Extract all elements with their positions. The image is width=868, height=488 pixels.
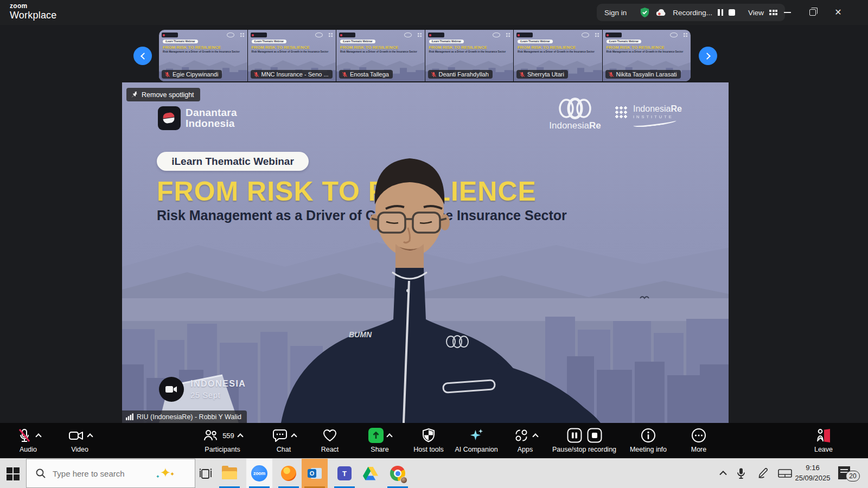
participants-options-chevron[interactable] [237, 433, 243, 439]
brand-workplace: Workplace [10, 10, 57, 20]
muted-mic-icon [253, 72, 259, 78]
indonesiare-logo: IndonesiaRe [542, 98, 608, 131]
taskbar-outlook[interactable]: O [302, 459, 328, 488]
taskbar-file-explorer[interactable] [216, 459, 242, 488]
taskbar-zoom-app[interactable]: zoom [246, 459, 272, 488]
video-camera-icon [68, 427, 84, 444]
google-drive-icon [363, 467, 378, 480]
leave-button[interactable]: Leave [791, 426, 856, 453]
apps-icon [513, 427, 529, 444]
sign-in-button[interactable]: Sign in [604, 9, 627, 17]
camera-badge-icon [159, 377, 184, 402]
slide-footer: INDONESIA 25 Sept [190, 379, 246, 400]
thumb-logo-dots [506, 33, 510, 37]
task-view-button[interactable] [199, 467, 213, 481]
participant-video-tile[interactable]: iLearn Thematic Webinar FROM RISK TO RES… [425, 30, 514, 81]
search-input[interactable] [53, 469, 156, 478]
more-button[interactable]: More [666, 426, 731, 453]
restore-icon [809, 9, 816, 16]
titlebar: zoom Workplace Sign in Recording... View… [0, 0, 868, 25]
host-tools-shield-icon [420, 427, 437, 444]
pin-icon [131, 91, 138, 98]
view-layout-icon[interactable] [769, 10, 777, 15]
participant-video-tile[interactable]: iLearn Thematic Webinar FROM RISK TO RES… [159, 30, 247, 81]
apps-options-chevron[interactable] [532, 433, 538, 439]
taskbar-chrome[interactable] [385, 459, 411, 488]
share-options-chevron[interactable] [386, 433, 392, 439]
thumb-logo [605, 33, 622, 37]
audio-options-chevron[interactable] [35, 433, 41, 439]
participants-button[interactable]: 559 Participants [190, 426, 255, 453]
muted-mic-icon [431, 72, 437, 78]
participant-video-tile[interactable]: iLearn Thematic Webinar FROM RISK TO RES… [248, 30, 336, 81]
chevron-right-icon [704, 53, 711, 60]
remove-spotlight-button[interactable]: Remove spotlight [126, 88, 200, 101]
outlook-icon: O [308, 466, 322, 480]
zoom-workplace-window: zoom Workplace Sign in Recording... View… [0, 0, 868, 488]
thumb-logo [428, 33, 444, 37]
speaker-name-tag: RIU (IndonesiaRe) - Robbi Y Walid [122, 410, 247, 423]
filmstrip-prev-button[interactable] [133, 47, 152, 65]
thumb-slide-title: FROM RISK TO RESILIENCE [607, 45, 665, 50]
thumb-slide-subtitle: Risk Management as a Driver of Growth in… [340, 50, 417, 53]
windows-taskbar: ✦✦✦ zoom O T [0, 458, 868, 488]
thumb-logo-rings [404, 33, 412, 37]
muted-mic-icon [342, 72, 348, 78]
slide-badge: iLearn Thematic Webinar [157, 152, 309, 171]
search-highlights-icon[interactable]: ✦✦✦ [156, 464, 177, 483]
minimize-icon [784, 12, 791, 13]
pause-recording-icon [566, 427, 583, 444]
thumb-slide-title: FROM RISK TO RESILIENCE [340, 45, 398, 50]
thumb-slide-subtitle: Risk Management as a Driver of Growth in… [429, 50, 506, 53]
danantara-logo: Danantara Indonesia [158, 106, 237, 130]
participant-video-tile[interactable]: iLearn Thematic Webinar FROM RISK TO RES… [514, 30, 602, 81]
thumb-slide-subtitle: Risk Management as a Driver of Growth in… [518, 50, 595, 53]
chrome-profile-avatar [400, 477, 407, 484]
pause-recording-button[interactable] [718, 9, 723, 16]
thumb-badge: iLearn Thematic Webinar [518, 40, 553, 43]
stop-recording-button[interactable] [729, 9, 735, 16]
tray-microphone[interactable] [736, 459, 746, 488]
muted-mic-icon [164, 72, 170, 78]
participant-video-tile[interactable]: iLearn Thematic Webinar FROM RISK TO RES… [603, 30, 691, 81]
participant-name-tag: Nikita Tasyalin Larasati [605, 70, 681, 79]
chat-options-chevron[interactable] [291, 433, 297, 439]
taskbar-clock[interactable]: 9:16 25/09/2025 [786, 463, 840, 483]
tray-show-hidden-icons[interactable] [717, 459, 729, 488]
filmstrip-next-button[interactable] [699, 47, 717, 65]
tray-pen[interactable] [757, 459, 769, 488]
taskbar-firefox[interactable] [276, 459, 302, 488]
thumb-slide-subtitle: Risk Management as a Driver of Growth in… [252, 50, 329, 53]
close-icon: ✕ [834, 8, 841, 17]
taskbar-teams[interactable]: T [331, 459, 358, 488]
video-options-chevron[interactable] [87, 433, 93, 439]
spotlight-video[interactable]: Remove spotlight Danantara Indonesia Ind… [122, 82, 729, 423]
thumb-slide-subtitle: Risk Management as a Driver of Growth in… [163, 50, 240, 53]
thumb-slide-title: FROM RISK TO RESILIENCE [429, 45, 487, 50]
thumb-logo-rings [315, 33, 323, 37]
thumb-logo-rings [670, 33, 678, 37]
restore-button[interactable] [803, 4, 822, 21]
taskbar-search[interactable]: ✦✦✦ [26, 459, 195, 488]
action-center-button[interactable]: 20 [838, 466, 862, 481]
pause-stop-recording-button[interactable]: Pause/stop recording [541, 426, 628, 453]
close-button[interactable]: ✕ [829, 4, 847, 21]
more-ellipsis-icon [691, 427, 707, 444]
muted-mic-icon [608, 72, 614, 78]
view-button[interactable]: View [748, 9, 764, 17]
thumb-badge: iLearn Thematic Webinar [429, 40, 464, 43]
brand-zoom: zoom [10, 3, 57, 9]
taskbar-google-drive[interactable] [358, 459, 384, 488]
thumb-logo-rings [493, 33, 500, 37]
minimize-button[interactable] [778, 4, 796, 21]
chat-icon [272, 427, 288, 444]
participants-icon [202, 427, 219, 444]
participant-video-tile[interactable]: iLearn Thematic Webinar FROM RISK TO RES… [336, 30, 425, 81]
teams-icon: T [337, 466, 352, 480]
share-screen-icon [368, 428, 384, 443]
video-button[interactable]: Video [47, 426, 112, 453]
start-button[interactable] [7, 467, 20, 480]
clock-time: 9:16 [786, 463, 840, 473]
search-icon [35, 468, 46, 479]
danantara-logo-icon [158, 106, 181, 130]
